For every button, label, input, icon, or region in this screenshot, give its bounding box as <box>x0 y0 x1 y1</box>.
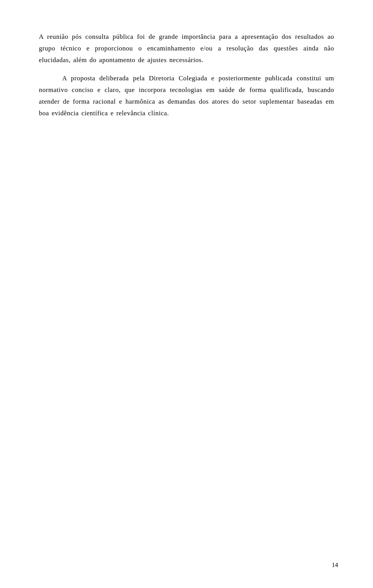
page-number: 14 <box>332 562 338 569</box>
paragraph-1: A reunião pós consulta pública foi de gr… <box>39 31 334 66</box>
page-container: A reunião pós consulta pública foi de gr… <box>0 0 373 588</box>
paragraph-2: A proposta deliberada pela Diretoria Col… <box>39 73 334 119</box>
